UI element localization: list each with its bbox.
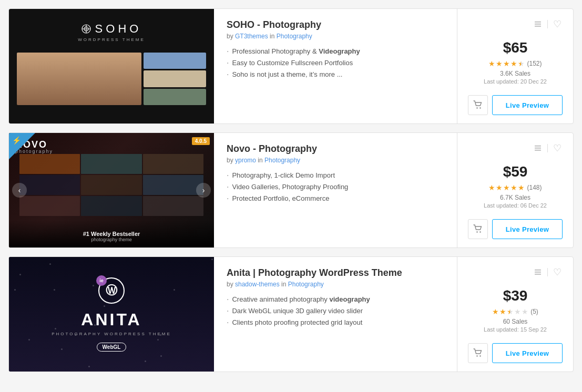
compare-icon bbox=[534, 268, 542, 276]
live-preview-button-anita[interactable]: Live Preview bbox=[492, 343, 563, 363]
compare-button-soho[interactable] bbox=[533, 19, 543, 29]
wishlist-button-anita[interactable]: ♡ bbox=[552, 265, 563, 279]
anita-title: ANITA bbox=[81, 310, 141, 329]
feature-item-0: Photography, 1-click Demo Import bbox=[227, 171, 444, 180]
svg-rect-14 bbox=[535, 270, 541, 271]
soho-screen-small-1 bbox=[144, 53, 206, 69]
svg-point-8 bbox=[479, 107, 481, 108]
feature-text-1: Video Galleries, Photography Proofing bbox=[232, 183, 348, 191]
product-card-novo: ⚡ 4.0.5 NOVO photography #1 Weekly Bests… bbox=[8, 132, 574, 248]
feature-text-2: Soho is not just a theme, it’s more ... bbox=[232, 70, 342, 78]
soho-logo-sub: WORDPRESS THEME bbox=[78, 37, 145, 42]
stars-anita: ★★★★★ bbox=[492, 307, 528, 316]
feature-item-2: Protected Portfolio, eCommerce bbox=[227, 194, 444, 203]
product-thumbnail-anita: ie Ⓦ ANITA Photography WordPress Theme W… bbox=[9, 257, 214, 372]
star-2: ★ bbox=[507, 307, 514, 316]
anita-ie-badge: ie bbox=[96, 275, 107, 286]
last-updated-novo: Last updated: 06 Dec 22 bbox=[484, 202, 547, 209]
novo-weekly-label: #1 Weekly Bestseller bbox=[14, 231, 209, 237]
product-price-anita: $39 bbox=[503, 287, 528, 304]
feature-text-0: Professional Photography & Videography bbox=[232, 47, 360, 55]
product-card-soho: SOHO WORDPRESS THEME bbox=[8, 8, 574, 124]
soho-screen-small-2 bbox=[144, 70, 206, 87]
sales-info-novo: 6.7K Sales bbox=[500, 194, 530, 201]
star-4: ★ bbox=[518, 59, 525, 68]
star-0: ★ bbox=[492, 307, 499, 316]
soho-screen-main bbox=[17, 53, 141, 105]
pricing-top-section-anita: $39 ★★★★★ (5) 60 Sales Last updated: 15 … bbox=[468, 287, 563, 343]
carousel-prev-button[interactable]: ‹ bbox=[12, 183, 27, 198]
svg-point-12 bbox=[476, 231, 477, 232]
product-thumbnail-novo: ⚡ 4.0.5 NOVO photography #1 Weekly Bests… bbox=[9, 133, 214, 247]
star-0: ★ bbox=[488, 59, 495, 68]
product-name-anita: Anita | Photography WordPress Theme bbox=[227, 267, 444, 278]
novo-weekly-sub: photography theme bbox=[14, 237, 209, 242]
product-card-anita: ie Ⓦ ANITA Photography WordPress Theme W… bbox=[8, 256, 574, 372]
category-link-soho[interactable]: Photography bbox=[277, 33, 312, 40]
live-preview-button-soho[interactable]: Live Preview bbox=[492, 95, 563, 115]
btn-row-novo: Live Preview bbox=[468, 219, 563, 239]
svg-rect-10 bbox=[535, 148, 541, 149]
svg-rect-11 bbox=[535, 150, 541, 151]
svg-rect-9 bbox=[535, 146, 541, 147]
soho-logo: SOHO WORDPRESS THEME bbox=[78, 22, 145, 42]
author-link-novo[interactable]: ypromo bbox=[235, 157, 256, 164]
pricing-actions-top-soho: ♡ bbox=[533, 17, 563, 31]
add-to-cart-button-anita[interactable] bbox=[468, 343, 488, 363]
star-4: ★ bbox=[522, 307, 528, 316]
cart-icon-novo bbox=[473, 224, 483, 234]
feature-text-0: Photography, 1-click Demo Import bbox=[232, 171, 335, 179]
category-link-anita[interactable]: Photography bbox=[288, 281, 324, 288]
compare-button-anita[interactable] bbox=[533, 267, 543, 277]
product-price-novo: $59 bbox=[503, 163, 528, 180]
lightning-icon: ⚡ bbox=[12, 136, 21, 145]
soho-logo-title: SOHO bbox=[95, 22, 142, 36]
pricing-top-section-soho: $65 ★★★★★ (152) 3.6K Sales Last updated:… bbox=[468, 39, 563, 95]
product-name-novo: Novo - Photography bbox=[227, 143, 444, 154]
btn-row-soho: Live Preview bbox=[468, 95, 563, 115]
feature-bold-0: Videography bbox=[319, 47, 360, 55]
feature-text-1: Dark WebGL unique 3D gallery video slide… bbox=[232, 307, 363, 315]
feature-text-0: Creative animated photography videograph… bbox=[232, 295, 370, 303]
divider bbox=[547, 268, 548, 276]
star-1: ★ bbox=[496, 183, 503, 192]
star-2: ★ bbox=[503, 59, 510, 68]
anita-wp-logo: ie Ⓦ bbox=[98, 277, 125, 304]
product-info-anita: Anita | Photography WordPress Theme by s… bbox=[214, 257, 457, 372]
star-3: ★ bbox=[510, 59, 517, 68]
feature-text-2: Protected Portfolio, eCommerce bbox=[232, 194, 329, 202]
add-to-cart-button-novo[interactable] bbox=[468, 219, 488, 239]
star-3: ★ bbox=[510, 183, 517, 192]
add-to-cart-button-soho[interactable] bbox=[468, 95, 488, 115]
stars-row-novo: ★★★★★ (148) bbox=[488, 183, 542, 192]
feature-text-1: Easy to Customize Fullscreen Portfolios bbox=[232, 59, 353, 67]
btn-row-anita: Live Preview bbox=[468, 343, 563, 363]
compare-button-novo[interactable] bbox=[533, 143, 543, 153]
feature-item-0: Creative animated photography videograph… bbox=[227, 295, 444, 304]
svg-rect-5 bbox=[535, 24, 541, 25]
author-link-anita[interactable]: shadow-themes bbox=[235, 281, 280, 288]
rating-count-novo: (148) bbox=[527, 184, 542, 191]
divider bbox=[547, 20, 548, 28]
feature-item-0: Professional Photography & Videography bbox=[227, 47, 444, 56]
pricing-actions-top-anita: ♡ bbox=[533, 265, 563, 279]
carousel-next-button[interactable]: › bbox=[196, 183, 211, 198]
feature-item-1: Dark WebGL unique 3D gallery video slide… bbox=[227, 307, 444, 315]
svg-point-7 bbox=[476, 107, 477, 108]
pricing-actions-top-novo: ♡ bbox=[533, 141, 563, 155]
author-link-soho[interactable]: GT3themes bbox=[235, 33, 268, 40]
product-pricing-anita: ♡ $39 ★★★★★ (5) 60 Sales Last updated: 1… bbox=[457, 257, 573, 372]
cart-icon-anita bbox=[473, 348, 483, 358]
category-link-novo[interactable]: Photography bbox=[264, 157, 300, 164]
star-1: ★ bbox=[496, 59, 503, 68]
wishlist-button-novo[interactable]: ♡ bbox=[552, 141, 563, 155]
stars-novo: ★★★★★ bbox=[488, 183, 525, 192]
live-preview-button-novo[interactable]: Live Preview bbox=[492, 219, 563, 239]
product-price-soho: $65 bbox=[503, 39, 528, 56]
last-updated-soho: Last updated: 20 Dec 22 bbox=[484, 78, 547, 85]
product-pricing-soho: ♡ $65 ★★★★★ (152) 3.6K Sales Last update… bbox=[457, 9, 573, 123]
anita-webgl-badge: WebGL bbox=[97, 343, 127, 352]
product-author-anita: by shadow-themes in Photography bbox=[227, 281, 444, 288]
product-pricing-novo: ♡ $59 ★★★★★ (148) 6.7K Sales Last update… bbox=[457, 133, 573, 247]
wishlist-button-soho[interactable]: ♡ bbox=[552, 17, 563, 31]
